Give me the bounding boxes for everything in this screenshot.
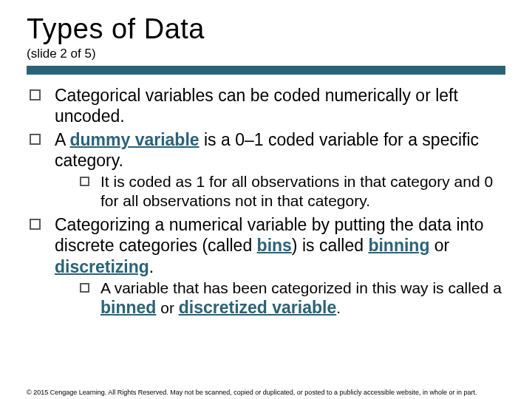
keyword-discretized-variable: discretized variable [179,298,337,317]
bullet-3-post: . [149,257,154,276]
keyword-bins: bins [257,236,292,255]
bullet-3: Categorizing a numerical variable by put… [27,214,505,318]
bullet-3-sub-post: . [336,299,341,316]
keyword-binning: binning [368,236,429,255]
bullet-2-sub-text: It is coded as 1 for all observations in… [100,173,493,209]
bullet-2-sublist: It is coded as 1 for all observations in… [55,172,505,210]
bullet-2: A dummy variable is a 0–1 coded variable… [27,129,505,210]
bullet-2-pre: A [55,130,69,149]
bullet-2-sub: It is coded as 1 for all observations in… [55,172,505,210]
slide-container: Types of Data (slide 2 of 5) Categorical… [0,0,532,318]
bullet-3-sub-mid: or [156,299,178,316]
slide-title: Types of Data [27,13,505,45]
bullet-list: Categorical variables can be coded numer… [27,85,505,318]
bullet-1-text: Categorical variables can be coded numer… [55,86,458,126]
keyword-dummy-variable: dummy variable [69,130,199,149]
title-rule [27,66,505,75]
slide-content: Categorical variables can be coded numer… [27,85,505,318]
keyword-discretizing: discretizing [55,257,149,276]
keyword-binned: binned [100,298,156,317]
bullet-3-sub: A variable that has been categorized in … [55,279,505,318]
bullet-3-mid1: ) is called [292,236,369,255]
copyright-text: © 2015 Cengage Learning. All Rights Rese… [27,389,505,396]
bullet-3-sub-pre: A variable that has been categorized in … [100,279,502,296]
slide-subtitle: (slide 2 of 5) [27,47,505,61]
bullet-1: Categorical variables can be coded numer… [27,85,505,126]
bullet-3-mid2: or [429,236,449,255]
bullet-3-sublist: A variable that has been categorized in … [55,279,505,318]
